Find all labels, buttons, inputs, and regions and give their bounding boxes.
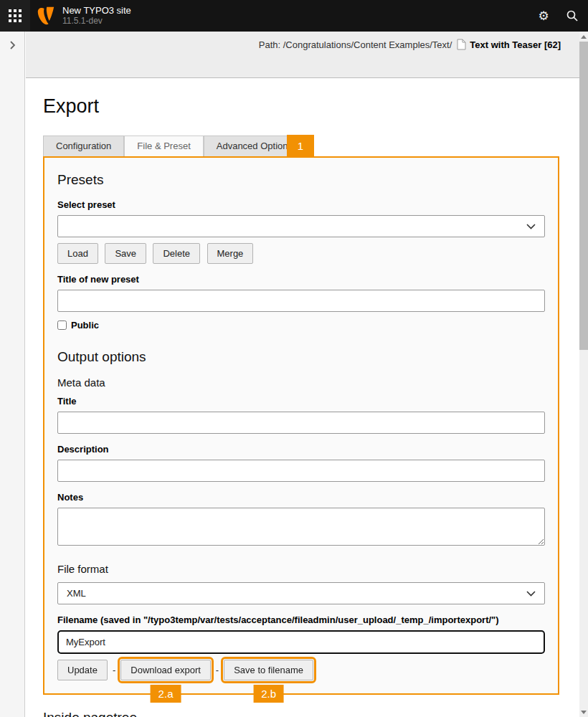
settings-button[interactable]: ⚙ <box>529 0 558 32</box>
actions-separator: - <box>216 665 219 675</box>
preset-load-button[interactable]: Load <box>57 243 98 264</box>
filename-label: Filename (saved in "/typo3temp/var/tests… <box>57 614 545 625</box>
vertical-scrollbar[interactable] <box>579 32 588 717</box>
page-title: Export <box>43 95 559 118</box>
chevron-right-icon <box>9 40 16 50</box>
tab-configuration[interactable]: Configuration <box>43 136 124 156</box>
annotation-step-2a-badge: 2.a <box>151 685 181 703</box>
preset-save-button[interactable]: Save <box>105 243 146 264</box>
pagetree-collapsed-strip <box>0 32 25 717</box>
triangle-up-icon <box>581 35 587 39</box>
file-format-heading: File format <box>57 563 545 575</box>
actions-separator: - <box>113 665 115 675</box>
download-export-annotated: Download export 2.a <box>120 660 211 680</box>
preset-buttons: Load Save Delete Merge <box>57 243 545 264</box>
typo3-version: 11.5.1-dev <box>62 16 131 27</box>
download-export-button[interactable]: Download export <box>120 660 211 680</box>
chevron-down-icon <box>526 224 536 229</box>
gear-icon: ⚙ <box>538 10 549 22</box>
filename-input[interactable] <box>57 630 545 654</box>
update-button[interactable]: Update <box>57 660 108 680</box>
meta-description-label: Description <box>57 444 545 455</box>
module-menu-toggle-button[interactable] <box>0 0 30 32</box>
brand[interactable]: New TYPO3 site 11.5.1-dev <box>37 6 131 27</box>
typo3-logo-icon <box>37 6 54 25</box>
file-format-value: XML <box>67 588 86 599</box>
meta-notes-textarea[interactable] <box>57 508 545 546</box>
public-checkbox[interactable] <box>57 320 67 330</box>
preset-delete-button[interactable]: Delete <box>153 243 200 264</box>
brand-text: New TYPO3 site 11.5.1-dev <box>62 6 131 27</box>
file-format-dropdown[interactable]: XML <box>57 582 545 604</box>
meta-notes-label: Notes <box>57 492 545 503</box>
topbar-right: ⚙ <box>529 0 588 32</box>
tab-file-preset[interactable]: File & Preset <box>124 136 203 156</box>
meta-data-heading: Meta data <box>57 376 545 389</box>
output-options-heading: Output options <box>57 349 545 365</box>
docheader: Path: /Congratulations/Content Examples/… <box>26 32 579 78</box>
apps-grid-icon <box>9 9 22 23</box>
scrollbar-down-button[interactable] <box>579 707 588 717</box>
scrollbar-thumb[interactable] <box>579 42 588 350</box>
public-checkbox-label: Public <box>71 320 99 331</box>
save-to-filename-button[interactable]: Save to filename <box>224 660 313 680</box>
site-name: New TYPO3 site <box>62 6 131 16</box>
save-to-filename-annotated: Save to filename 2.b <box>224 660 313 680</box>
export-actions: Update - Download export 2.a - Save to f… <box>57 660 545 680</box>
file-preset-panel: Presets Select preset Load Save Delete M… <box>43 156 559 695</box>
content-record-icon <box>457 39 466 50</box>
inside-pagetree-heading: Inside pagetree <box>43 710 559 717</box>
breadcrumb: Path: /Congratulations/Content Examples/… <box>259 39 561 50</box>
search-icon <box>566 10 578 22</box>
search-button[interactable] <box>558 0 587 32</box>
meta-title-label: Title <box>57 396 545 407</box>
new-preset-title-label: Title of new preset <box>57 274 545 285</box>
breadcrumb-path: Path: /Congratulations/Content Examples/… <box>259 39 452 50</box>
public-checkbox-row: Public <box>57 320 545 331</box>
module-content: Export Configuration File & Preset Advan… <box>26 79 579 717</box>
inside-pagetree-section: Inside pagetree Controls Title Message <box>43 710 559 717</box>
chevron-down-icon <box>526 591 536 597</box>
export-tabs: Configuration File & Preset Advanced Opt… <box>43 136 559 156</box>
select-preset-label: Select preset <box>57 199 545 210</box>
scrollbar-up-button[interactable] <box>579 32 588 42</box>
triangle-down-icon <box>581 711 587 714</box>
topbar: New TYPO3 site 11.5.1-dev ⚙ <box>0 0 588 32</box>
meta-title-input[interactable] <box>57 412 545 434</box>
meta-description-input[interactable] <box>57 460 545 482</box>
presets-heading: Presets <box>57 172 545 188</box>
select-preset-dropdown[interactable] <box>57 215 545 237</box>
new-preset-title-input[interactable] <box>57 290 545 312</box>
expand-pagetree-button[interactable] <box>0 32 24 59</box>
preset-merge-button[interactable]: Merge <box>207 243 254 264</box>
annotation-step-2b-badge: 2.b <box>253 685 284 703</box>
annotation-step-1-badge: 1 <box>287 135 314 156</box>
breadcrumb-record-title: Text with Teaser [62] <box>470 39 561 50</box>
